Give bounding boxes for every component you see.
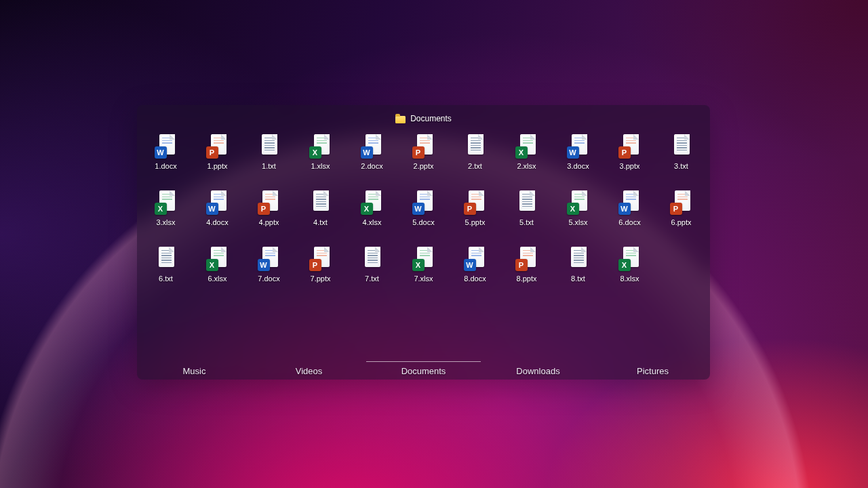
- docx-app-badge: W: [361, 146, 373, 159]
- file-item-2.txt[interactable]: 2.txt: [450, 131, 501, 187]
- docx-file-icon: W: [154, 134, 178, 159]
- file-item-1.txt[interactable]: 1.txt: [243, 131, 295, 187]
- file-label: 3.pptx: [620, 162, 640, 170]
- xlsx-app-badge: X: [206, 259, 218, 271]
- folder-tabs: MusicVideosDocumentsDownloadsPictures: [137, 361, 710, 380]
- pptx-file-icon: P: [257, 190, 281, 215]
- file-item-1.docx[interactable]: W1.docx: [140, 131, 192, 187]
- pptx-app-badge: P: [258, 203, 270, 215]
- docx-app-badge: W: [567, 146, 579, 159]
- pptx-file-icon: P: [618, 134, 642, 159]
- pptx-file-icon: P: [463, 190, 488, 215]
- pptx-app-badge: P: [618, 146, 631, 159]
- file-item-2.docx[interactable]: W2.docx: [347, 131, 398, 187]
- file-label: 4.docx: [206, 218, 228, 226]
- docx-file-icon: W: [257, 246, 281, 271]
- file-item-8.xlsx[interactable]: X8.xlsx: [604, 243, 656, 300]
- file-label: 8.docx: [464, 274, 486, 283]
- txt-file-icon: [566, 246, 591, 271]
- pptx-file-icon: P: [412, 134, 436, 159]
- xlsx-file-icon: X: [205, 246, 230, 271]
- pptx-app-badge: P: [206, 146, 218, 159]
- file-item-7.pptx[interactable]: P7.pptx: [295, 243, 347, 300]
- file-label: 4.xlsx: [362, 218, 381, 226]
- file-label: 6.pptx: [671, 218, 692, 226]
- file-item-6.txt[interactable]: 6.txt: [140, 243, 192, 300]
- xlsx-app-badge: X: [618, 259, 631, 271]
- file-label: 5.xlsx: [568, 218, 587, 226]
- file-label: 3.txt: [674, 162, 688, 170]
- file-item-3.xlsx[interactable]: X3.xlsx: [140, 187, 192, 243]
- file-item-5.pptx[interactable]: P5.pptx: [450, 187, 501, 243]
- xlsx-file-icon: X: [515, 134, 539, 159]
- docx-file-icon: W: [566, 134, 591, 159]
- file-browser-panel: Documents W1.docxP1.pptx1.txtX1.xlsxW2.d…: [137, 105, 710, 380]
- txt-file-icon: [463, 134, 488, 159]
- pptx-file-icon: P: [515, 246, 539, 271]
- file-item-7.xlsx[interactable]: X7.xlsx: [398, 243, 450, 300]
- docx-app-badge: W: [618, 203, 631, 215]
- xlsx-file-icon: X: [566, 190, 591, 215]
- file-item-7.docx[interactable]: W7.docx: [243, 243, 295, 300]
- xlsx-file-icon: X: [154, 190, 178, 215]
- file-grid: W1.docxP1.pptx1.txtX1.xlsxW2.docxP2.pptx…: [137, 127, 710, 300]
- txt-file-icon: [257, 134, 281, 159]
- file-item-4.docx[interactable]: W4.docx: [192, 187, 243, 243]
- file-item-5.docx[interactable]: W5.docx: [398, 187, 450, 243]
- xlsx-app-badge: X: [155, 203, 167, 215]
- file-item-6.docx[interactable]: W6.docx: [604, 187, 656, 243]
- current-folder-header: Documents: [137, 105, 710, 127]
- file-label: 3.xlsx: [156, 218, 175, 226]
- file-item-6.xlsx[interactable]: X6.xlsx: [192, 243, 243, 300]
- file-item-4.txt[interactable]: 4.txt: [295, 187, 347, 243]
- file-label: 2.xlsx: [517, 162, 536, 170]
- tab-downloads[interactable]: Downloads: [481, 361, 595, 380]
- file-label: 4.pptx: [259, 218, 279, 226]
- file-label: 4.txt: [313, 218, 328, 226]
- xlsx-file-icon: X: [309, 134, 333, 159]
- docx-app-badge: W: [258, 259, 270, 271]
- docx-file-icon: W: [618, 190, 642, 215]
- file-item-8.pptx[interactable]: P8.pptx: [501, 243, 553, 300]
- tab-music[interactable]: Music: [137, 361, 252, 380]
- pptx-file-icon: P: [309, 246, 333, 271]
- file-item-4.xlsx[interactable]: X4.xlsx: [347, 187, 398, 243]
- file-label: 1.txt: [262, 162, 276, 170]
- folder-title: Documents: [410, 114, 452, 123]
- xlsx-app-badge: X: [567, 203, 579, 215]
- file-item-3.pptx[interactable]: P3.pptx: [604, 131, 656, 187]
- file-item-2.pptx[interactable]: P2.pptx: [398, 131, 450, 187]
- tab-documents[interactable]: Documents: [366, 361, 481, 380]
- file-item-8.txt[interactable]: 8.txt: [553, 243, 604, 300]
- pptx-app-badge: P: [670, 203, 682, 215]
- docx-app-badge: W: [412, 203, 425, 215]
- file-item-1.pptx[interactable]: P1.pptx: [192, 131, 243, 187]
- file-item-1.xlsx[interactable]: X1.xlsx: [295, 131, 347, 187]
- file-label: 5.pptx: [465, 218, 486, 226]
- pptx-app-badge: P: [515, 259, 528, 271]
- folder-icon: [395, 116, 406, 123]
- file-item-5.xlsx[interactable]: X5.xlsx: [553, 187, 604, 243]
- pptx-app-badge: P: [309, 259, 321, 271]
- file-item-5.txt[interactable]: 5.txt: [501, 187, 553, 243]
- pptx-app-badge: P: [464, 203, 476, 215]
- file-item-8.docx[interactable]: W8.docx: [450, 243, 501, 300]
- file-item-6.pptx[interactable]: P6.pptx: [656, 187, 707, 243]
- file-label: 3.docx: [567, 162, 589, 170]
- file-item-3.docx[interactable]: W3.docx: [553, 131, 604, 187]
- xlsx-app-badge: X: [361, 203, 373, 215]
- file-item-7.txt[interactable]: 7.txt: [347, 243, 398, 300]
- file-item-2.xlsx[interactable]: X2.xlsx: [501, 131, 553, 187]
- file-item-3.txt[interactable]: 3.txt: [656, 131, 707, 187]
- file-item-4.pptx[interactable]: P4.pptx: [243, 187, 295, 243]
- docx-app-badge: W: [206, 203, 218, 215]
- file-label: 2.docx: [361, 162, 382, 170]
- file-label: 2.txt: [468, 162, 482, 170]
- file-label: 1.pptx: [208, 162, 228, 170]
- tab-videos[interactable]: Videos: [252, 361, 366, 380]
- file-label: 6.xlsx: [208, 274, 226, 283]
- docx-file-icon: W: [360, 134, 384, 159]
- xlsx-app-badge: X: [309, 146, 321, 159]
- file-label: 6.docx: [618, 218, 640, 226]
- tab-pictures[interactable]: Pictures: [595, 361, 710, 380]
